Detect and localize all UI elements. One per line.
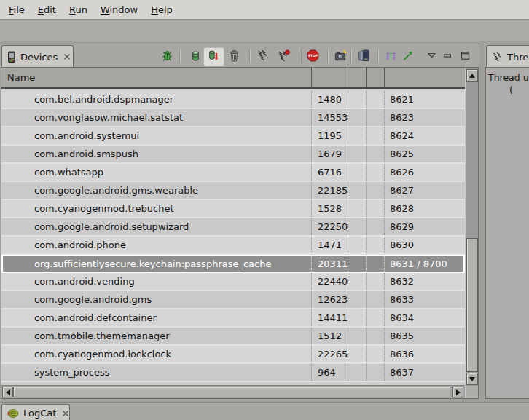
cell-empty <box>348 91 367 108</box>
tab-devices-close-icon[interactable] <box>63 53 71 60</box>
menu-help[interactable]: Help <box>144 0 179 19</box>
update-heap-button[interactable] <box>189 49 202 62</box>
vertical-scroll-thumb[interactable] <box>466 238 478 372</box>
threads-message: Thread up ( <box>486 68 529 96</box>
cell-empty <box>348 291 367 308</box>
cell-empty <box>367 146 385 162</box>
scroll-down-button[interactable] <box>466 373 478 385</box>
table-row[interactable]: com.cyanogenmod.trebuchet15288628 <box>1 200 465 218</box>
table-row[interactable]: com.android.defcontainer144118634 <box>1 309 465 328</box>
view-hierarchy-button[interactable] <box>358 49 370 62</box>
cell-empty <box>367 309 385 326</box>
cell-process-name: com.android.smspush <box>1 146 312 162</box>
cell-empty <box>348 309 367 326</box>
menu-file[interactable]: File <box>2 0 31 19</box>
menu-window[interactable]: Window <box>94 0 144 19</box>
cell-process-name: com.whatsapp <box>1 164 312 181</box>
cell-empty <box>367 200 385 217</box>
cell-process-name: system_process <box>1 364 312 381</box>
cell-empty <box>348 237 367 253</box>
table-row[interactable]: system_process9648637 <box>1 364 465 382</box>
threads-panel: Threads Thread up ( <box>485 44 529 399</box>
system-info-button[interactable] <box>385 49 397 62</box>
cell-pid: 1679 <box>312 146 348 162</box>
cell-process-name: com.google.android.gms.wearable <box>1 182 312 199</box>
table-body: com.bel.android.dspmanager14808621com.vo… <box>1 89 465 386</box>
cell-pid: 1480 <box>312 91 348 108</box>
camera-icon <box>334 49 347 62</box>
dump-hprof-button[interactable] <box>207 49 219 62</box>
method-profiling-icon <box>278 49 290 62</box>
cell-pid: 20311 <box>312 256 348 272</box>
table-row-selected[interactable]: org.sufficientlysecure.keychain:passphra… <box>1 255 465 273</box>
start-button[interactable] <box>401 49 414 62</box>
trash-icon <box>228 49 240 62</box>
column-header-port[interactable] <box>385 68 465 87</box>
menu-run[interactable]: Run <box>63 0 94 19</box>
tab-threads[interactable]: Threads <box>486 45 529 68</box>
tab-logcat[interactable]: LogCat <box>1 404 70 420</box>
debug-process-button[interactable] <box>161 49 173 62</box>
maximize-button[interactable] <box>461 51 470 60</box>
cell-process-name: com.cyanogenmod.lockclock <box>1 346 312 362</box>
scroll-left-button[interactable] <box>2 387 13 397</box>
tab-logcat-label: LogCat <box>23 408 56 419</box>
scroll-up-button[interactable] <box>466 69 478 82</box>
minimize-button[interactable] <box>443 51 452 60</box>
stop-icon: STOP <box>307 49 319 62</box>
horizontal-scrollbar[interactable] <box>1 385 465 398</box>
toolbar-separator <box>377 49 378 63</box>
view-menu-button[interactable] <box>427 51 436 60</box>
maximize-icon <box>461 51 470 60</box>
horizontal-scroll-thumb[interactable] <box>13 387 450 397</box>
menu-help-mnemonic: H <box>151 4 158 15</box>
tab-logcat-close-icon[interactable] <box>62 410 69 417</box>
column-header-4[interactable] <box>367 68 385 87</box>
table-row[interactable]: com.vonglasow.michael.satstat145538623 <box>1 109 465 127</box>
stop-process-button[interactable]: STOP <box>307 49 319 62</box>
tab-devices[interactable]: Devices <box>1 45 74 68</box>
ddms-window: { "menu_bar": { "items": [ {"mnemonic": … <box>0 0 529 420</box>
cell-port: 8634 <box>385 309 465 326</box>
table-row[interactable]: com.android.smspush16798625 <box>1 146 465 164</box>
screen-capture-button[interactable] <box>334 49 347 62</box>
table-row[interactable]: com.whatsapp67168626 <box>1 164 465 182</box>
table-row[interactable]: com.bel.android.dspmanager14808621 <box>1 91 465 109</box>
cell-pid: 22440 <box>312 273 348 290</box>
column-header-pid[interactable] <box>312 68 348 87</box>
column-header-name-label: Name <box>7 72 35 83</box>
start-method-profiling-button[interactable] <box>278 49 290 62</box>
toolbar-separator <box>179 49 180 63</box>
cell-pid: 1528 <box>312 200 348 217</box>
toolbar-separator <box>301 49 302 63</box>
cause-gc-button[interactable] <box>228 49 240 62</box>
table-row[interactable]: com.android.vending224408632 <box>1 273 465 291</box>
table-row[interactable]: com.google.android.gms.wearable221858627 <box>1 182 465 200</box>
cell-empty <box>367 218 385 235</box>
threads-message-line2: ( <box>488 84 529 96</box>
cell-pid: 14553 <box>312 109 348 126</box>
table-row[interactable]: com.android.phone14718630 <box>1 237 465 255</box>
cell-empty <box>348 256 367 272</box>
scroll-right-button[interactable] <box>452 387 463 397</box>
table-row[interactable]: com.google.android.setupwizard222508629 <box>1 218 465 237</box>
cell-port: 8621 <box>385 91 465 108</box>
devices-tabstrip: Devices STOP <box>0 44 479 68</box>
update-threads-button[interactable] <box>256 49 269 62</box>
cell-empty <box>367 346 385 362</box>
table-row[interactable]: com.cyanogenmod.lockclock222658636 <box>1 346 465 364</box>
column-header-3[interactable] <box>348 68 367 87</box>
cell-empty <box>367 291 385 308</box>
column-header-name[interactable]: Name <box>1 68 312 87</box>
menu-bar: File Edit Run Window Help <box>0 0 529 20</box>
cell-empty <box>348 164 367 181</box>
cell-port: 8628 <box>385 200 465 217</box>
table-row[interactable]: com.tmobile.thememanager15128635 <box>1 328 465 346</box>
vertical-scrollbar[interactable] <box>466 68 478 386</box>
table-row[interactable]: com.google.android.gms126238633 <box>1 291 465 309</box>
table-row[interactable]: com.android.systemui11958624 <box>1 127 465 146</box>
menu-edit[interactable]: Edit <box>31 0 63 19</box>
cell-empty <box>348 127 367 144</box>
cell-port: 8623 <box>385 109 465 126</box>
cell-pid: 12623 <box>312 291 348 308</box>
